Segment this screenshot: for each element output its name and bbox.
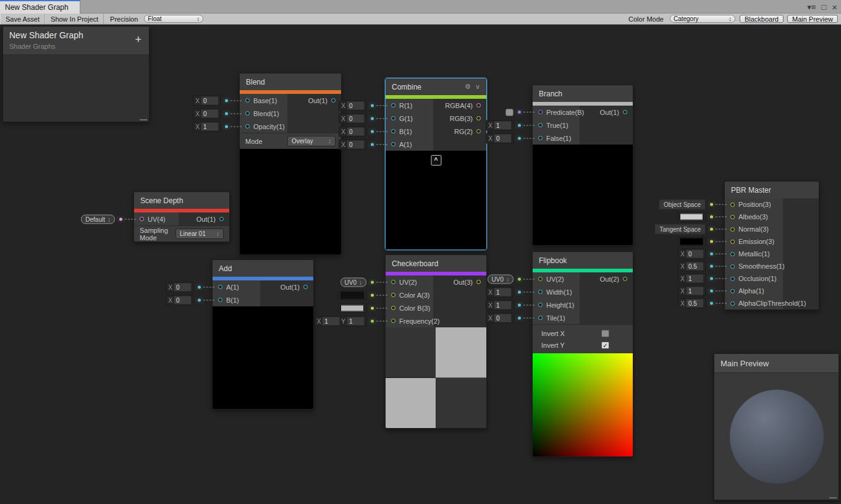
input-port-opacity-1-[interactable] [245, 124, 250, 128]
color-picker[interactable] [677, 212, 706, 222]
field-value[interactable]: 0 [347, 101, 364, 109]
field-value[interactable]: 0 [174, 283, 191, 291]
value-field[interactable]: X0 [193, 108, 221, 119]
field-value[interactable]: 1 [687, 275, 703, 283]
field-value[interactable]: 0 [174, 296, 191, 304]
input-port-uv-2-[interactable] [538, 277, 543, 281]
input-port-position-3-[interactable] [730, 203, 735, 207]
output-port-out-1-[interactable] [623, 110, 627, 114]
output-port-out-1-[interactable] [331, 98, 336, 103]
input-port-tile-1-[interactable] [538, 316, 543, 320]
resize-handle[interactable] [829, 496, 837, 498]
color-picker[interactable] [338, 303, 366, 313]
input-port-height-1-[interactable] [538, 303, 543, 307]
value-field[interactable]: X1 [486, 287, 513, 297]
field-value[interactable]: 0 [201, 96, 218, 104]
value-field[interactable]: X0 [678, 249, 706, 259]
value-field[interactable]: X0 [166, 282, 193, 292]
space-selector[interactable]: Object Space [659, 200, 706, 210]
space-selector[interactable]: Tangent Space [654, 224, 706, 235]
value-field[interactable]: X0 [339, 100, 366, 111]
channel-dropdown[interactable]: Default↕ [81, 214, 115, 224]
input-port-albedo-3-[interactable] [730, 215, 735, 219]
output-port-out-1-[interactable] [303, 285, 308, 289]
output-port-rg-2-[interactable] [476, 129, 481, 133]
input-port-color-a-3-[interactable] [391, 293, 395, 297]
color-picker[interactable] [338, 290, 366, 300]
output-port-out-2-[interactable] [623, 277, 627, 281]
save-asset-button[interactable]: Save Asset [0, 14, 45, 24]
input-port-true-1-[interactable] [538, 123, 543, 127]
node-scene-depth[interactable]: Scene DepthDefault↕UV(4)Out(1)Sampling M… [133, 191, 230, 242]
chevron-down-icon[interactable]: ∨ [475, 83, 480, 91]
output-port-out-1-[interactable] [219, 217, 224, 221]
show-in-project-button[interactable]: Show In Project [45, 14, 104, 24]
field-value[interactable]: 0 [347, 127, 364, 135]
value-field[interactable]: X1 [193, 121, 221, 132]
input-port-blend-1-[interactable] [245, 111, 250, 116]
field-value[interactable]: 1 [494, 288, 511, 296]
input-port-g-1-[interactable] [391, 116, 395, 120]
value-field[interactable]: X1 [486, 300, 513, 310]
input-port-b-1-[interactable] [391, 129, 395, 133]
field-value[interactable]: 1 [323, 317, 339, 325]
output-port-rgb-3-[interactable] [476, 116, 481, 120]
input-port-uv-4-[interactable] [140, 217, 144, 221]
value-field[interactable]: X0 [193, 95, 221, 106]
output-port-out-3-[interactable] [476, 280, 481, 284]
value-field[interactable]: X0 [486, 133, 513, 143]
node-blend[interactable]: BlendX0Base(1)X0Blend(1)X1Opacity(1)Out(… [239, 73, 342, 255]
node-combine[interactable]: Combine⚙∨X0R(1)X0G(1)X0B(1)X0A(1)RGBA(4)… [385, 78, 487, 250]
node-header-add[interactable]: Add [213, 260, 313, 277]
field-value[interactable]: 1 [201, 122, 218, 130]
tab-new-shader-graph[interactable]: New Shader Graph [0, 0, 80, 14]
collapse-preview-button[interactable]: ^ [431, 155, 441, 166]
input-port-uv-2-[interactable] [391, 280, 395, 284]
field-value[interactable]: 1 [494, 121, 511, 129]
main-preview-toggle-button[interactable]: Main Preview [787, 15, 838, 23]
node-flipbook[interactable]: FlipbookUV0↕UV(2)X1Width(1)X1Height(1)X0… [532, 251, 633, 457]
input-port-a-1-[interactable] [218, 285, 222, 289]
value-field[interactable]: X0.5 [678, 261, 706, 272]
value-field[interactable]: X1 [678, 286, 706, 296]
option-dropdown[interactable]: Overlay↕ [287, 136, 336, 146]
input-port-b-1-[interactable] [218, 298, 222, 302]
value-field[interactable]: X0 [486, 313, 513, 323]
node-pbr-master[interactable]: PBR MasterObject SpacePosition(3)Albedo(… [724, 181, 819, 310]
input-port-normal-3-[interactable] [730, 227, 735, 232]
field-value[interactable]: 0 [687, 250, 703, 258]
field-value[interactable]: 0.5 [687, 262, 703, 271]
gear-icon[interactable]: ⚙ [465, 83, 471, 91]
close-icon[interactable]: × [832, 2, 837, 12]
field-value[interactable]: 1 [687, 287, 703, 295]
output-port-rgba-4-[interactable] [476, 103, 481, 107]
input-port-smoothness-1-[interactable] [730, 264, 735, 269]
blackboard-toggle-button[interactable]: Blackboard [740, 15, 784, 23]
node-checkerboard[interactable]: CheckerboardUV0↕UV(2)Color A(3)Color B(3… [385, 254, 487, 429]
input-port-width-1-[interactable] [538, 290, 543, 294]
checkbox-invert-x[interactable] [601, 330, 609, 337]
main-preview-viewport[interactable] [714, 373, 839, 500]
field-value[interactable]: 1 [347, 317, 364, 325]
value-field[interactable]: X0 [339, 126, 366, 136]
node-header-pbr-master[interactable]: PBR Master [725, 182, 819, 198]
node-header-checkerboard[interactable]: Checkerboard [386, 255, 486, 272]
color-picker[interactable] [677, 237, 706, 246]
maximize-icon[interactable]: □ [821, 3, 826, 11]
channel-dropdown[interactable]: UV0↕ [488, 274, 513, 284]
input-port-occlusion-1-[interactable] [730, 277, 735, 281]
input-port-false-1-[interactable] [538, 136, 543, 140]
value-field[interactable]: X1 [678, 274, 706, 284]
channel-dropdown[interactable]: UV0↕ [340, 277, 366, 287]
main-preview-header[interactable]: Main Preview [714, 354, 839, 373]
node-header-blend[interactable]: Blend [240, 74, 341, 90]
input-port-base-1-[interactable] [245, 98, 250, 103]
precision-dropdown[interactable]: Float ↕ [144, 15, 203, 23]
value-field[interactable]: X1 [486, 120, 513, 130]
window-menu-icon[interactable]: ▾≡ [807, 3, 816, 11]
node-header-flipbook[interactable]: Flipbook [533, 252, 633, 269]
input-port-color-b-3-[interactable] [391, 306, 395, 310]
checkbox-invert-y[interactable]: ✓ [601, 342, 609, 349]
input-port-predicate-b-[interactable] [538, 110, 543, 114]
input-port-alpha-1-[interactable] [730, 289, 735, 293]
